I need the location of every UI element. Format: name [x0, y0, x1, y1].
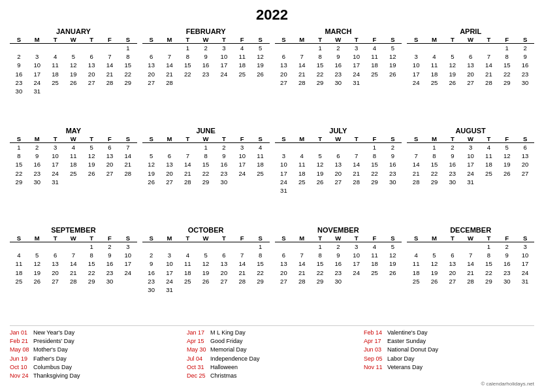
day-cell: 10 [161, 260, 179, 269]
day-cell: 14 [233, 260, 251, 269]
holidays-section: Jan 01New Year's DayFeb 21Presidents' Da… [10, 325, 534, 380]
day-cell: 6 [516, 143, 534, 152]
day-cell [383, 187, 402, 195]
day-cell: 17 [462, 161, 480, 169]
day-header: T [46, 36, 65, 44]
day-cell: 23 [383, 169, 402, 178]
day-cell: 23 [498, 269, 516, 277]
day-cell: 27 [161, 178, 179, 186]
day-cell: 3 [215, 44, 233, 53]
day-cell: 13 [82, 61, 101, 70]
month-block-august: AUGUSTSMTWTFS123456789101112131415161718… [407, 127, 534, 223]
day-cell: 14 [293, 260, 311, 269]
day-cell: 12 [383, 52, 402, 61]
day-cell: 18 [293, 169, 311, 178]
day-cell: 15 [425, 161, 443, 169]
holiday-row: Jul 04Independence Day [187, 355, 357, 363]
day-cell: 12 [64, 61, 82, 70]
day-cell [64, 242, 82, 252]
day-cell [407, 143, 425, 152]
day-cell: 15 [197, 161, 215, 169]
day-cell: 25 [10, 277, 28, 286]
day-cell: 22 [178, 70, 197, 78]
day-header: M [28, 36, 46, 44]
day-cell: 28 [161, 78, 179, 87]
day-cell: 17 [161, 269, 179, 277]
day-cell: 7 [119, 143, 137, 152]
day-cell: 19 [197, 269, 215, 277]
day-cell: 23 [329, 70, 347, 78]
day-cell [516, 178, 534, 186]
day-cell: 6 [462, 52, 480, 61]
day-cell: 9 [498, 251, 516, 259]
day-cell: 28 [178, 178, 197, 186]
day-cell: 12 [311, 161, 329, 169]
day-cell: 2 [101, 242, 119, 252]
day-cell [178, 78, 197, 87]
day-cell: 7 [293, 52, 311, 61]
holiday-name: Easter Sunday [387, 337, 426, 345]
day-cell: 11 [10, 260, 28, 269]
day-cell: 21 [233, 269, 251, 277]
day-cell: 31 [28, 88, 46, 96]
day-cell: 28 [119, 169, 137, 178]
day-cell: 17 [233, 161, 251, 169]
day-cell: 1 [311, 44, 329, 53]
day-cell: 3 [347, 242, 366, 252]
holiday-date: Feb 14 [364, 329, 385, 336]
day-cell: 8 [366, 152, 384, 160]
day-cell: 28 [462, 277, 480, 286]
day-header: M [293, 36, 311, 44]
day-header: S [10, 36, 28, 44]
day-cell: 11 [293, 161, 311, 169]
day-cell: 25 [64, 169, 82, 178]
day-cell [251, 286, 270, 295]
day-cell: 7 [347, 152, 366, 160]
day-cell: 6 [215, 251, 233, 259]
day-cell: 2 [197, 44, 215, 53]
day-cell: 1 [251, 242, 270, 252]
day-cell: 15 [480, 260, 498, 269]
day-cell: 10 [119, 251, 137, 259]
day-cell: 19 [82, 161, 101, 169]
day-cell: 24 [28, 78, 46, 87]
month-block-july: JULYSMTWTFS12345678910111213141516171819… [275, 127, 402, 223]
day-cell: 12 [142, 161, 161, 169]
month-name: FEBRUARY [142, 27, 270, 35]
day-header: S [383, 135, 402, 143]
day-cell [142, 242, 161, 252]
day-header: T [443, 235, 462, 242]
day-cell: 18 [178, 269, 197, 277]
holiday-row: May 08Mother's Day [10, 346, 180, 353]
day-cell: 19 [28, 269, 46, 277]
day-cell: 18 [251, 161, 270, 169]
day-cell: 20 [215, 269, 233, 277]
day-cell: 17 [215, 61, 233, 70]
day-header: S [119, 36, 137, 44]
day-header: T [480, 235, 498, 242]
day-cell: 10 [407, 61, 425, 70]
holiday-date: May 30 [187, 346, 208, 353]
day-cell: 20 [275, 70, 293, 78]
day-cell [233, 78, 251, 87]
day-cell: 30 [28, 178, 46, 186]
cal-table: SMTWTFS123456789101112131415161718192021… [407, 135, 534, 187]
day-header: T [215, 36, 233, 44]
day-cell: 11 [46, 61, 65, 70]
day-cell: 21 [347, 169, 366, 178]
day-cell: 15 [178, 61, 197, 70]
day-cell: 16 [215, 161, 233, 169]
day-cell: 19 [443, 70, 462, 78]
day-cell: 9 [443, 152, 462, 160]
day-cell: 5 [443, 52, 462, 61]
day-cell: 27 [46, 277, 65, 286]
day-cell: 17 [46, 161, 65, 169]
day-cell [64, 44, 82, 53]
day-cell: 16 [10, 70, 28, 78]
day-cell: 23 [28, 169, 46, 178]
day-cell: 30 [215, 178, 233, 186]
holiday-name: Father's Day [33, 355, 67, 363]
day-cell: 29 [311, 78, 329, 87]
day-cell: 1 [197, 143, 215, 152]
cal-table: SMTWTFS123456789101112131415161718192021… [10, 235, 137, 286]
